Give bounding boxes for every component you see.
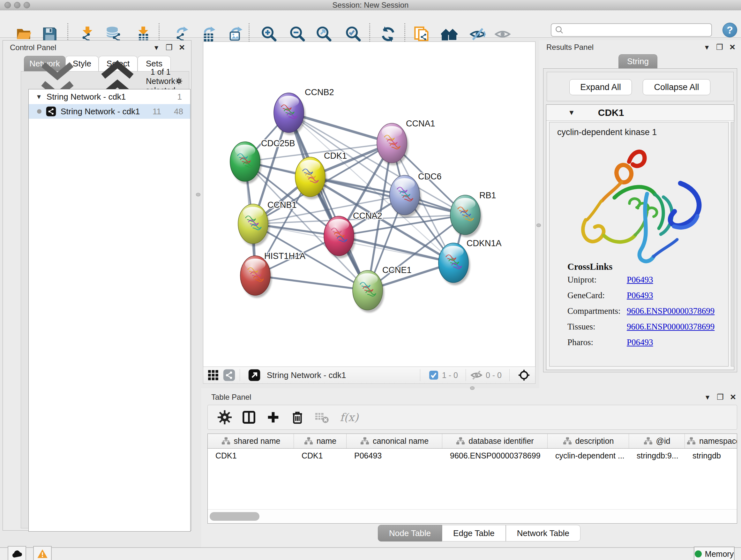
network-canvas[interactable]: CCNB2CCNA1CDC25BCDK1CDC6RB1CCNB1CCNA2CDK… xyxy=(203,42,536,367)
gene-entry-header[interactable]: ▼ CDK1 xyxy=(546,105,734,121)
entry-expand-icon[interactable]: ▼ xyxy=(568,109,575,117)
tab-network-table[interactable]: Network Table xyxy=(506,525,581,542)
table-panel-close-icon[interactable]: ✕ xyxy=(729,393,737,401)
results-panel-collapse-icon[interactable]: ▾ xyxy=(703,43,711,52)
tree-expand-icon[interactable]: ▼ xyxy=(36,93,42,101)
collapse-all-button[interactable]: Collapse All xyxy=(643,79,711,95)
network-view-toolbar: String Network - cdk1 1 - 0 0 - 0 xyxy=(203,367,536,384)
window-controls[interactable] xyxy=(4,2,30,8)
table-cell[interactable]: stringdb xyxy=(685,451,737,460)
network-list: ▼ String Network - cdk1 1 String Network… xyxy=(28,89,191,532)
title-bar: Session: New Session xyxy=(0,0,741,10)
column-header-canonical-name[interactable]: canonical name xyxy=(347,434,442,448)
table-cell[interactable]: P06493 xyxy=(347,451,442,460)
table-cell[interactable]: cyclin-dependent ... xyxy=(548,451,629,460)
crosslink-label: Uniprot: xyxy=(567,275,627,285)
column-type-icon xyxy=(562,436,572,446)
column-header-namespace[interactable]: namespace xyxy=(685,434,737,448)
node-RB1[interactable] xyxy=(450,195,482,237)
refresh-network-button[interactable] xyxy=(379,25,397,43)
control-panel-close-icon[interactable]: ✕ xyxy=(178,43,186,52)
node-CCNA2[interactable] xyxy=(324,216,355,258)
table-row[interactable]: CDK1CDK1P064939606.ENSP00000378699cyclin… xyxy=(208,449,737,462)
delete-column-icon[interactable] xyxy=(290,410,305,425)
scrollbar-thumb[interactable] xyxy=(210,512,259,521)
network-row-selected[interactable]: String Network - cdk1 11 48 xyxy=(29,104,190,119)
detach-view-icon[interactable] xyxy=(248,369,260,381)
selected-node-edge-counts: 1 - 0 xyxy=(442,371,458,380)
column-header-name[interactable]: name xyxy=(294,434,347,448)
search-box[interactable] xyxy=(551,23,712,37)
control-panel-collapse-icon[interactable]: ▾ xyxy=(152,43,160,52)
node-CDC6[interactable] xyxy=(390,175,421,217)
zoom-selected-button[interactable] xyxy=(344,25,362,43)
table-cell[interactable]: 9606.ENSP00000378699 xyxy=(442,451,548,460)
export-table-button[interactable] xyxy=(200,25,218,43)
zoom-fit-button[interactable] xyxy=(315,25,333,43)
network-type-icon[interactable] xyxy=(223,369,235,381)
network-options-gear-icon[interactable] xyxy=(176,75,182,87)
node-CDKN1A[interactable] xyxy=(439,243,470,285)
column-header-shared-name[interactable]: shared name xyxy=(208,434,294,448)
control-panel-float-icon[interactable]: ❐ xyxy=(165,43,173,52)
bottom-splitter-handle[interactable] xyxy=(470,386,475,390)
table-cell[interactable]: CDK1 xyxy=(208,451,294,460)
node-label-CCNA1: CCNA1 xyxy=(406,119,435,128)
results-panel-float-icon[interactable]: ❐ xyxy=(716,43,724,52)
crosslink-value-link[interactable]: P06493 xyxy=(627,275,653,285)
zoom-out-button[interactable] xyxy=(288,25,307,43)
column-header-database-identifier[interactable]: database identifier xyxy=(442,434,548,448)
add-column-icon[interactable] xyxy=(266,410,280,425)
help-button[interactable]: ? xyxy=(723,23,737,37)
results-scrollbar[interactable] xyxy=(731,122,734,367)
minimize-window-icon[interactable] xyxy=(14,2,20,8)
column-header--id[interactable]: @id xyxy=(629,434,685,448)
show-all-button[interactable] xyxy=(494,25,512,43)
table-horizontal-scrollbar[interactable] xyxy=(208,509,737,523)
network-collection-row[interactable]: ▼ String Network - cdk1 1 xyxy=(29,89,190,104)
node-CDK1[interactable] xyxy=(295,157,327,199)
table-panel-collapse-icon[interactable]: ▾ xyxy=(703,393,712,401)
crosslink-value-link[interactable]: P06493 xyxy=(627,291,653,300)
node-CCNB2[interactable] xyxy=(274,93,306,135)
first-neighbors-button[interactable] xyxy=(441,25,458,43)
node-HIST1H1A[interactable] xyxy=(240,256,272,298)
expand-all-button[interactable]: Expand All xyxy=(569,79,632,95)
node-CCNE1[interactable] xyxy=(353,270,384,313)
tab-edge-table[interactable]: Edge Table xyxy=(442,525,506,542)
left-splitter-handle[interactable] xyxy=(196,193,200,196)
maximize-window-icon[interactable] xyxy=(23,2,30,8)
warnings-button[interactable] xyxy=(33,546,52,560)
window-title: Session: New Session xyxy=(333,1,409,10)
close-window-icon[interactable] xyxy=(4,2,11,8)
export-table-icon xyxy=(201,26,217,43)
edge-HIST1H1A-CCNE1[interactable] xyxy=(255,275,367,290)
right-splitter-handle[interactable] xyxy=(536,224,541,227)
crosslink-value-link[interactable]: 9606.ENSP00000378699 xyxy=(627,322,715,332)
clone-network-button[interactable] xyxy=(413,25,431,43)
grid-view-icon[interactable] xyxy=(207,369,219,381)
results-panel-close-icon[interactable]: ✕ xyxy=(728,43,737,52)
table-panel-float-icon[interactable]: ❐ xyxy=(716,393,724,401)
zoom-in-button[interactable] xyxy=(260,25,278,43)
column-header-description[interactable]: description xyxy=(548,434,629,448)
selected-checkbox-icon[interactable] xyxy=(428,370,439,380)
show-columns-icon[interactable] xyxy=(242,410,256,425)
search-input[interactable] xyxy=(566,25,711,35)
tab-node-table[interactable]: Node Table xyxy=(378,525,442,542)
crosslink-value-link[interactable]: 9606.ENSP00000378699 xyxy=(627,306,715,316)
table-options-gear-icon[interactable] xyxy=(217,410,232,425)
string-results-content: Expand All Collapse All ▼ CDK1 cyclin-de… xyxy=(543,68,737,372)
memory-button[interactable]: Memory xyxy=(694,547,735,560)
automation-cloud-button[interactable] xyxy=(8,546,26,560)
birds-eye-view-icon[interactable] xyxy=(518,369,530,381)
node-CCNB1[interactable] xyxy=(238,204,270,246)
edge-CCNB2-CCNE1[interactable] xyxy=(289,113,367,290)
hide-selected-button[interactable] xyxy=(469,25,487,43)
crosslink-value-link[interactable]: P06493 xyxy=(627,337,653,348)
edge-count: 48 xyxy=(174,107,183,117)
export-image-button[interactable] xyxy=(227,25,245,43)
table-cell[interactable]: CDK1 xyxy=(294,451,347,460)
tab-string[interactable]: String xyxy=(618,54,657,68)
table-cell[interactable]: stringdb:9... xyxy=(629,451,685,460)
